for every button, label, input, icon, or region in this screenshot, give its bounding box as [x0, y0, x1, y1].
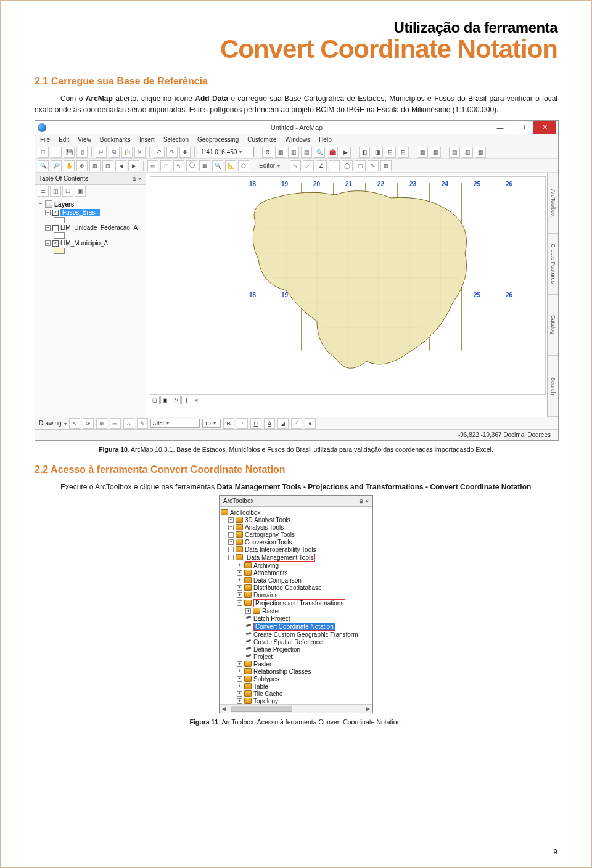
font-color-icon[interactable]: A̲ — [264, 418, 275, 429]
zoom-in-icon[interactable]: 🔍 — [38, 160, 49, 171]
expand-icon[interactable]: − — [237, 600, 242, 606]
toolbox-node[interactable]: +Relationship Classes — [221, 668, 371, 675]
refresh-button[interactable]: ↻ — [171, 396, 181, 404]
pan-icon[interactable]: ✋ — [64, 160, 75, 171]
toolbar-icon[interactable]: ⊟ — [398, 147, 409, 158]
side-tab-create-features[interactable]: Create Features — [548, 234, 558, 295]
toolbox-node[interactable]: +Conversion Tools — [221, 538, 371, 546]
editor-dropdown[interactable]: Editor — [257, 162, 282, 169]
toolbox-node[interactable]: +Analysis Tools — [221, 523, 371, 531]
print-button[interactable]: ⎙ — [76, 147, 88, 158]
expand-icon[interactable]: + — [228, 539, 234, 545]
arctoolbox-icon[interactable]: 🧰 — [327, 147, 338, 158]
toolbar-icon[interactable]: ／ — [303, 160, 314, 171]
toolbar-icon[interactable]: ⬡ — [238, 160, 249, 171]
tool-create-custom-transform[interactable]: Create Custom Geographic Transform — [221, 631, 371, 638]
menu-selection[interactable]: Selection — [163, 136, 189, 143]
link-base-cartografica[interactable]: Base Cartográfica de Estados, Municípios… — [284, 94, 487, 103]
toolbox-node-projections[interactable]: −Projections and Transformations — [221, 599, 371, 607]
toolbar-icon[interactable]: ⊞ — [385, 147, 396, 158]
select-elements-icon[interactable]: ↖ — [173, 160, 184, 171]
open-button[interactable]: ☰ — [51, 147, 62, 158]
clear-selection-icon[interactable]: ◻ — [160, 160, 171, 171]
minimize-button[interactable]: — — [489, 121, 511, 134]
expand-icon[interactable]: + — [228, 525, 234, 530]
menu-edit[interactable]: Edit — [59, 136, 69, 143]
expand-icon[interactable]: − — [45, 240, 51, 246]
list-by-source-icon[interactable]: ◫ — [50, 186, 61, 197]
bold-button[interactable]: B — [223, 418, 234, 429]
visibility-checkbox[interactable]: ✓ — [52, 240, 59, 247]
menu-file[interactable]: File — [40, 136, 50, 143]
tool-define-projection[interactable]: Define Projection — [221, 645, 371, 653]
toc-pin-icon[interactable]: ⊕ × — [132, 176, 142, 182]
expand-icon[interactable]: + — [237, 698, 242, 704]
expand-icon[interactable]: + — [237, 578, 242, 583]
menu-windows[interactable]: Windows — [286, 136, 311, 143]
expand-icon[interactable]: − — [38, 202, 43, 207]
layer-municipio[interactable]: − ✓ LIM_Município_A — [38, 239, 143, 247]
expand-icon[interactable]: − — [45, 225, 51, 231]
redo-button[interactable]: ↷ — [166, 147, 178, 158]
expand-icon[interactable]: + — [237, 691, 242, 697]
list-by-selection-icon[interactable]: ▣ — [75, 186, 86, 197]
visibility-checkbox[interactable] — [52, 225, 59, 231]
toolbox-node[interactable]: +Data Interoperability Tools — [221, 546, 371, 553]
scroll-right-icon[interactable]: ► — [364, 705, 372, 713]
toolbox-node[interactable]: +Data Comparison — [221, 576, 371, 584]
menu-bookmarks[interactable]: Bookmarks — [100, 136, 131, 143]
toolbox-node[interactable]: +Archiving — [221, 562, 371, 569]
toolbar-icon[interactable]: ⌒ — [329, 160, 340, 171]
data-view-button[interactable]: ▢ — [150, 396, 160, 404]
fill-color-icon[interactable]: ◢ — [278, 418, 289, 429]
menu-view[interactable]: View — [78, 136, 91, 143]
toolbox-node-data-management[interactable]: −Data Management Tools — [221, 553, 371, 562]
marker-color-icon[interactable]: ● — [305, 418, 316, 429]
select-elements-icon[interactable]: ↖ — [69, 418, 80, 429]
map-canvas[interactable]: 18 19 20 21 22 23 24 25 26 18 19 20 21 2… — [150, 176, 546, 395]
map-view[interactable]: 18 19 20 21 22 23 24 25 26 18 19 20 21 2… — [146, 173, 558, 417]
menu-help[interactable]: Help — [319, 136, 332, 143]
expand-icon[interactable]: + — [228, 547, 234, 552]
expand-icon[interactable]: + — [237, 684, 242, 689]
toolbar-icon[interactable]: ▦ — [275, 147, 286, 158]
zoom-icon[interactable]: ⊕ — [96, 418, 107, 429]
toolbox-horizontal-scrollbar[interactable]: ◄ ► — [220, 704, 372, 713]
toolbox-node[interactable]: +Cartography Tools — [221, 531, 371, 538]
toolbox-node[interactable]: +Tile Cache — [221, 690, 371, 697]
delete-button[interactable]: ✕ — [134, 147, 146, 158]
identify-icon[interactable]: ⓘ — [186, 160, 197, 171]
python-icon[interactable]: ▶ — [340, 147, 351, 158]
drawing-label[interactable]: Drawing — [39, 420, 67, 427]
maximize-button[interactable]: ☐ — [511, 121, 533, 134]
add-data-button[interactable]: ✚ — [179, 147, 191, 158]
toolbox-node[interactable]: +Attachments — [221, 569, 371, 576]
undo-button[interactable]: ↶ — [154, 147, 165, 158]
expand-icon[interactable]: − — [45, 210, 51, 215]
toolbar-icon[interactable]: ▦ — [417, 147, 428, 158]
back-icon[interactable]: ◀ — [115, 160, 126, 171]
side-tab-search[interactable]: Search — [548, 356, 558, 417]
expand-icon[interactable]: − — [228, 555, 234, 560]
toolbar-icon[interactable]: ▦ — [199, 160, 210, 171]
dock-pin-icon[interactable]: ⊕ × — [359, 498, 369, 504]
toolbar-icon[interactable]: ◨ — [372, 147, 383, 158]
edit-vertices-icon[interactable]: ✎ — [137, 418, 148, 429]
tool-convert-coordinate-notation[interactable]: Convert Coordinate Notation — [221, 622, 371, 631]
fixed-zoom-in-icon[interactable]: ⊞ — [89, 160, 101, 171]
toolbox-root[interactable]: ArcToolbox — [221, 509, 371, 516]
expand-icon[interactable]: + — [245, 608, 251, 614]
pause-button[interactable]: ‖ — [181, 396, 191, 404]
measure-icon[interactable]: 📐 — [225, 160, 236, 171]
edit-tool-icon[interactable]: ↖ — [290, 160, 301, 171]
tool-project[interactable]: Project — [221, 653, 371, 660]
symbol-swatch[interactable] — [54, 217, 65, 223]
expand-icon[interactable]: + — [237, 592, 242, 598]
tool-batch-project[interactable]: Batch Project — [221, 615, 371, 622]
expand-icon[interactable]: + — [237, 570, 242, 576]
scale-input[interactable]: 1:41.016.450 — [199, 147, 254, 157]
visibility-checkbox[interactable]: ✓ — [52, 210, 59, 216]
list-by-visibility-icon[interactable]: ☐ — [62, 186, 73, 197]
side-tab-catalog[interactable]: Catalog — [548, 295, 558, 356]
toolbar-icon[interactable]: ▤ — [449, 147, 460, 158]
